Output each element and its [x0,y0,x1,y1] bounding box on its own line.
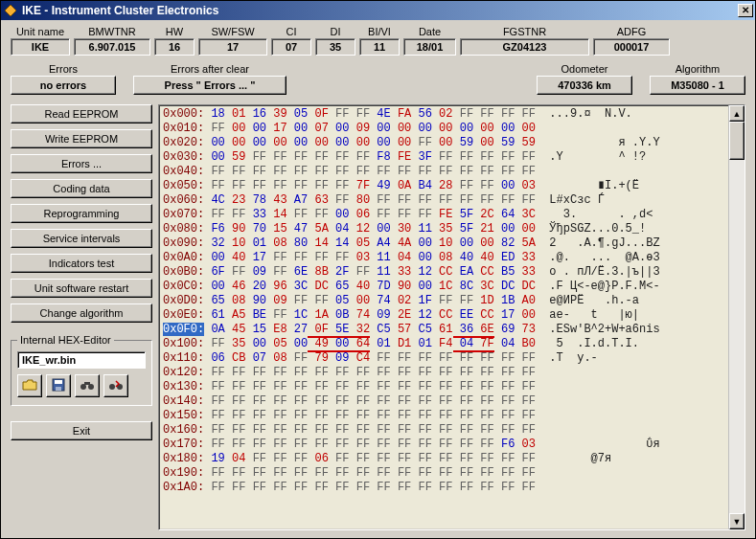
button-algorithm[interactable]: M35080 - 1 [650,76,745,95]
hex-row[interactable]: 0x180: 19 04 FF FF FF 06 FF FF FF FF FF … [163,452,728,466]
hex-byte[interactable]: 12 [411,265,432,279]
hex-byte[interactable]: 30 [391,222,412,236]
hex-byte[interactable]: FF [245,380,266,393]
hex-editor-filename[interactable]: IKE_wr.bin [17,351,146,369]
hex-byte[interactable]: FF [349,107,370,121]
hex-byte[interactable]: 96 [266,280,287,293]
hex-byte[interactable]: 39 [266,107,287,121]
hex-byte[interactable]: FF [494,423,515,437]
close-button[interactable]: ✕ [738,4,753,17]
hex-byte[interactable]: 00 [266,136,287,149]
hex-byte[interactable]: FF [287,251,309,264]
hex-byte[interactable]: FF [411,481,432,494]
button-reprogramming[interactable]: Reprogramming [11,204,152,223]
hex-byte[interactable]: FF [245,466,266,480]
hex-byte[interactable]: 73 [515,323,536,336]
hex-byte[interactable]: 3C [473,280,494,293]
hex-byte[interactable]: 3C [515,208,536,221]
hex-byte[interactable]: 03 [515,438,536,451]
hex-byte[interactable]: FF [266,466,287,480]
hex-byte[interactable]: 09 [245,265,266,279]
hex-byte[interactable]: FF [515,481,536,494]
hex-byte[interactable]: 4E [370,107,391,121]
hex-byte[interactable]: 08 [225,294,246,307]
hex-byte[interactable]: 00 [349,294,370,307]
hex-byte[interactable]: FF [287,366,309,379]
hex-byte[interactable]: 17 [494,308,515,322]
hex-byte[interactable]: FF [349,409,370,422]
hex-byte[interactable]: FF [473,193,494,207]
hex-byte[interactable]: FF [349,481,370,494]
hex-byte[interactable]: FF [287,179,309,192]
hex-byte[interactable]: FF [453,380,474,393]
hex-byte[interactable]: FF [308,438,329,451]
hex-byte[interactable]: DC [308,280,329,293]
hex-byte[interactable]: 00 [245,136,266,149]
hex-byte[interactable]: FF [453,107,474,121]
hex-byte[interactable]: FF [494,452,515,465]
hex-byte[interactable]: 69 [494,323,515,336]
hex-byte[interactable]: FF [515,466,536,480]
hex-byte[interactable]: 00 [225,122,246,135]
hex-byte[interactable]: FF [370,366,391,379]
hex-byte[interactable]: 00 [245,122,266,135]
hex-byte[interactable]: 33 [245,208,266,221]
hex-byte[interactable]: FF [245,409,266,422]
hex-byte[interactable]: FF [432,481,453,494]
hex-byte[interactable]: 79 [308,351,329,365]
hex-byte[interactable]: FF [370,208,391,221]
hex-byte[interactable]: FF [349,150,370,164]
hex-byte[interactable]: FF [308,466,329,480]
hex-byte[interactable]: FF [287,452,309,465]
hex-byte[interactable]: FF [308,294,329,307]
hex-byte[interactable]: 2E [391,308,412,322]
hex-byte[interactable]: 0F [308,323,329,338]
hex-byte[interactable]: A0 [515,294,536,307]
hex-byte[interactable]: FF [432,452,453,465]
hex-byte[interactable]: 33 [515,265,536,279]
hex-byte[interactable]: 01 [245,236,266,250]
hex-byte[interactable]: 01 [411,337,432,350]
hex-byte[interactable]: FF [432,366,453,379]
button-errors-status[interactable]: no errors [11,76,116,95]
hex-byte[interactable]: FF [515,452,536,465]
hex-byte[interactable]: 0A [204,323,225,336]
hex-byte[interactable]: 04 [453,337,474,352]
hex-byte[interactable]: 35 [432,222,453,236]
hex-byte[interactable]: 00 [349,136,370,149]
hex-byte[interactable]: 00 [287,136,309,149]
hex-byte[interactable]: FF [411,351,432,365]
hex-byte[interactable]: FF [370,466,391,480]
hex-byte[interactable]: 23 [225,193,246,207]
hex-byte[interactable]: FF [391,438,412,451]
hex-byte[interactable]: FF [329,366,350,379]
hex-byte[interactable]: 36 [453,323,474,338]
hex-byte[interactable]: FF [266,481,287,494]
hex-byte[interactable]: 8B [308,265,329,279]
hex-byte[interactable]: FF [329,380,350,393]
hex-row[interactable]: 0x160: FF FF FF FF FF FF FF FF FF FF FF … [163,423,728,438]
hex-byte[interactable]: FF [453,193,474,207]
hex-byte[interactable]: 4C [204,193,225,207]
hex-byte[interactable]: 00 [287,122,309,135]
hex-byte[interactable]: FF [287,380,309,393]
hex-byte[interactable]: FE [432,208,453,221]
hex-byte[interactable]: DC [494,280,515,293]
hex-byte[interactable]: FF [494,481,515,494]
hex-byte[interactable]: FF [329,466,350,480]
hex-byte[interactable]: FF [391,466,412,480]
hex-byte[interactable]: FF [473,107,494,121]
hex-byte[interactable]: BE [245,308,266,322]
hex-byte[interactable]: FF [453,394,474,408]
hex-byte[interactable]: FF [245,179,266,192]
hex-byte[interactable]: 01 [370,337,391,350]
hex-byte[interactable]: 7F [473,337,494,352]
hex-byte[interactable]: FF [225,438,246,451]
hex-byte[interactable]: FF [266,366,287,379]
find-button[interactable] [75,374,100,397]
scroll-up-button[interactable]: ▲ [729,105,745,122]
hex-row[interactable]: 0x030: 00 59 FF FF FF FF FF FF F8 FE 3F … [163,150,728,165]
hex-byte[interactable]: 03 [349,251,370,264]
hex-byte[interactable]: 32 [349,323,370,338]
hex-byte[interactable]: 00 [329,337,350,352]
